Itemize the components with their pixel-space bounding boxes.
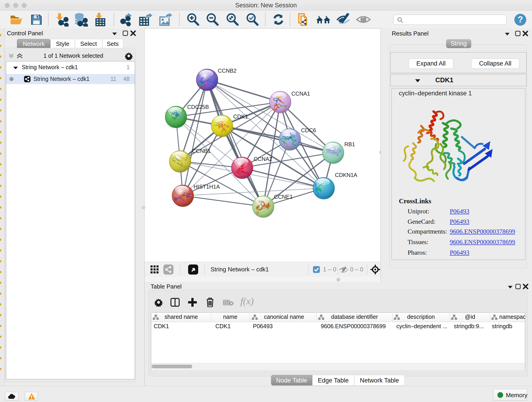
svg-text:CDC25B: CDC25B [187, 104, 209, 110]
svg-text:CDK1: CDK1 [233, 114, 248, 120]
svg-text:CDC6: CDC6 [301, 127, 316, 133]
svg-text:CCNA2: CCNA2 [254, 156, 272, 162]
svg-text:?: ? [518, 15, 523, 24]
svg-text:HIST1H1A: HIST1H1A [194, 184, 220, 190]
svg-text:CCNE1: CCNE1 [274, 194, 293, 200]
svg-text:CCNA1: CCNA1 [291, 90, 310, 97]
svg-text:RB1: RB1 [344, 141, 355, 147]
svg-text:CDKN1A: CDKN1A [335, 172, 357, 178]
svg-text:CCNB2: CCNB2 [218, 68, 236, 74]
svg-text:CCNB1: CCNB1 [192, 148, 210, 154]
